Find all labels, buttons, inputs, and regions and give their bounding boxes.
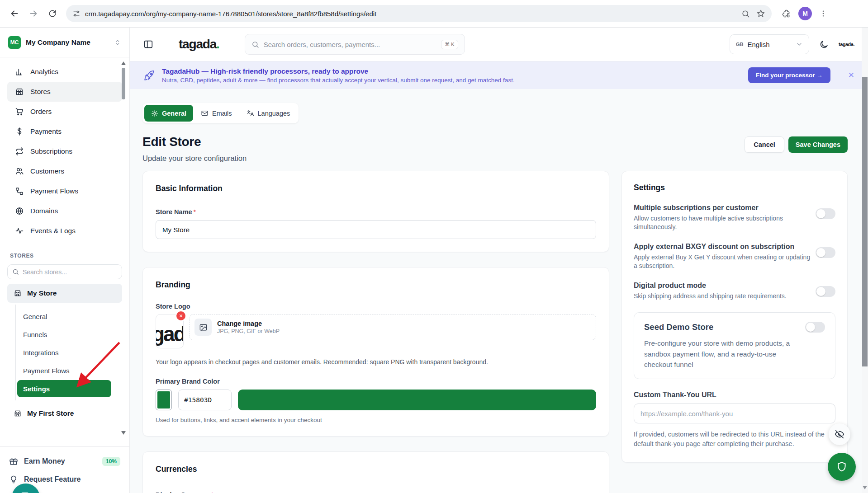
sidebar-item-events-logs[interactable]: Events & Logs [7,221,122,241]
scroll-up-arrow[interactable] [121,61,126,65]
page-content: General Emails Languages Edit Store Upda… [130,89,868,493]
zoom-search-icon[interactable] [741,9,750,18]
seed-demo-store-box: Seed Demo Store Pre-configure your store… [634,312,835,379]
sidebar-item-payments[interactable]: Payments [7,122,122,141]
store-search-input[interactable] [23,268,117,276]
stores-section-label: STORES [10,253,129,259]
sidebar-item-stores[interactable]: Stores [7,82,122,102]
language-select[interactable]: GB English [730,34,809,54]
sidebar-scrollbar[interactable] [121,61,126,468]
submenu-general[interactable]: General [16,307,122,325]
repeat-icon [15,147,24,156]
card-title: Currencies [156,465,596,474]
banner-close-icon[interactable]: ✕ [848,70,854,80]
tagada-logo: tagada. [179,37,219,52]
digital-product-mode-toggle[interactable] [816,286,835,297]
hex-color-input[interactable] [178,390,232,410]
submenu-settings[interactable]: Settings [17,380,111,397]
chevrons-updown-icon [114,39,121,46]
org-switcher[interactable]: MC My Company Name [0,28,129,57]
sidebar-item-domains[interactable]: Domains [7,201,122,221]
setting-label: Apply external BXGY discount on subscrip… [634,243,813,251]
global-search[interactable]: ⌘ K [245,34,465,55]
submenu-funnels[interactable]: Funnels [16,325,122,343]
find-processor-button[interactable]: Find your processor → [748,67,830,83]
sidebar-item-label: Orders [30,108,52,116]
translate-icon [247,109,254,117]
select-all-link[interactable]: Select all [569,492,596,493]
org-name: My Company Name [26,38,109,47]
basic-information-card: Basic Information Store Name* [142,171,609,252]
cancel-button[interactable]: Cancel [745,136,784,153]
brand-color-bar [238,390,596,410]
menu-kebab-icon[interactable] [819,9,827,18]
reload-icon[interactable] [44,5,61,22]
tab-general[interactable]: General [144,105,193,122]
thank-you-url-input[interactable] [634,404,835,423]
browser-profile-avatar[interactable]: M [798,7,812,20]
dollar-icon [15,127,24,136]
submenu-payment-flows[interactable]: Payment Flows [16,362,122,380]
extensions-icon[interactable] [782,9,791,19]
scroll-down-arrow[interactable] [121,431,126,435]
tab-emails[interactable]: Emails [194,105,239,122]
sidebar-item-analytics[interactable]: Analytics [7,62,122,82]
window-scrollbar[interactable] [862,28,868,493]
multiple-subscriptions-toggle[interactable] [816,208,835,219]
card-title: Branding [156,280,596,290]
language-name: English [747,41,792,48]
tune-icon[interactable] [72,9,81,18]
page-subtitle: Update your store configuration [142,154,247,163]
scroll-down-arrow[interactable] [863,486,867,489]
workflow-icon [15,187,24,196]
tab-languages[interactable]: Languages [240,105,297,122]
panel-title: Settings [634,183,835,193]
store-icon [14,289,22,297]
sidebar-item-orders[interactable]: Orders [7,102,122,122]
view-all-label: View All Stores [27,429,74,430]
setting-multiple-subscriptions: Multiple subscriptions per customer Allo… [634,204,835,231]
sidebar-item-customers[interactable]: Customers [7,161,122,181]
store-name-input[interactable] [156,220,596,239]
change-image-dropzone[interactable]: Change image JPG, PNG, GIF or WebP [189,314,596,340]
security-shield-button[interactable] [828,453,856,481]
sidebar-store-my-first-store[interactable]: My First Store [7,404,122,423]
shortcut-badge: ⌘ K [441,40,458,49]
bxgy-discount-toggle[interactable] [816,247,835,258]
request-feature-label: Request Feature [24,475,81,484]
sidebar-view-all-stores[interactable]: View All Stores [7,424,122,430]
url-bar[interactable]: crm.tagadapay.com/org/my-company-name-17… [66,5,772,22]
globe-icon [15,207,24,216]
color-picker-swatch[interactable] [156,390,172,410]
branding-card: Branding Store Logo gada ✕ [142,267,609,437]
sidebar-item-subscriptions[interactable]: Subscriptions [7,141,122,161]
back-icon[interactable] [6,5,23,22]
submenu-integrations[interactable]: Integrations [16,343,122,362]
browser-toolbar: crm.tagadapay.com/org/my-company-name-17… [0,0,868,28]
scrollbar-thumb[interactable] [862,77,868,366]
sidebar-toggle-icon[interactable] [143,39,153,49]
sidebar-store-my-store[interactable]: My Store [7,284,122,303]
currencies-card: Currencies Display Currency* Select all [142,451,609,493]
brand-color-label: Primary Brand Color [156,378,596,385]
earn-money-item[interactable]: Earn Money 10% [9,452,120,470]
remove-logo-icon[interactable]: ✕ [175,310,186,321]
save-changes-button[interactable]: Save Changes [788,136,848,153]
thank-you-url-help: If provided, customers will be redirecte… [634,430,835,449]
sidebar-item-label: Domains [30,207,58,215]
envelope-icon [201,109,209,117]
sidebar-item-label: Payment Flows [30,187,78,195]
seed-demo-toggle[interactable] [805,322,825,333]
tab-label: Emails [212,110,232,117]
scrollbar-thumb[interactable] [122,68,125,99]
banner-title: TagadaHub — High-risk friendly processor… [162,67,515,75]
hide-preview-button[interactable] [829,423,850,445]
forward-icon[interactable] [25,5,42,22]
sidebar-item-label: Events & Logs [30,227,76,235]
sidebar-item-payment-flows[interactable]: Payment Flows [7,181,122,201]
bookmark-star-icon[interactable] [756,9,765,18]
dark-mode-icon[interactable] [819,40,829,49]
url-text[interactable]: crm.tagadapay.com/org/my-company-name-17… [85,10,737,18]
store-search[interactable] [7,264,122,279]
global-search-input[interactable] [264,41,437,48]
